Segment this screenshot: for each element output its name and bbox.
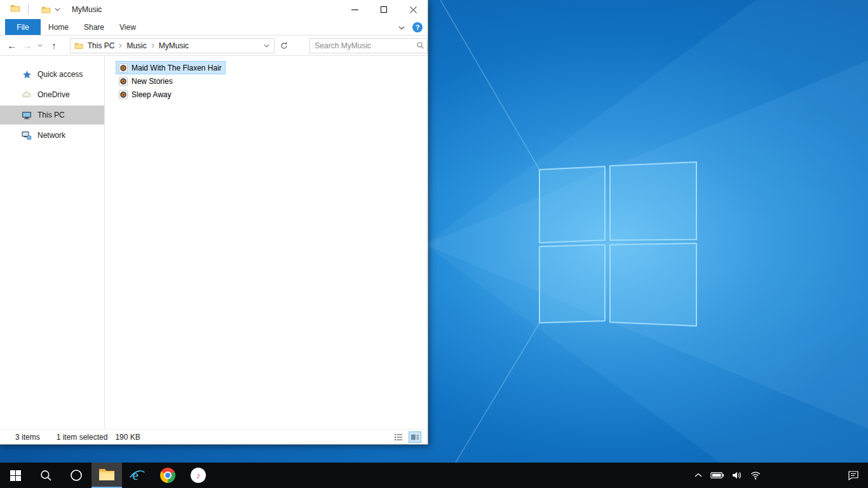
search-box: [309, 38, 428, 53]
window-title: MyMusic: [72, 5, 102, 14]
sidebar-item-label: Network: [37, 131, 65, 140]
chevron-up-icon: [695, 473, 702, 478]
address-folder-icon: [74, 41, 83, 50]
breadcrumb-item[interactable]: Music: [126, 41, 146, 50]
quick-access-star-icon: [22, 69, 32, 79]
file-list: Maid With The Flaxen Hair New Stories Sl…: [105, 56, 428, 429]
search-icon: [40, 470, 52, 482]
taskbar-file-explorer-button[interactable]: [92, 463, 122, 488]
taskbar-chrome-button[interactable]: [153, 463, 183, 488]
action-center-icon: [848, 470, 859, 481]
volume-tray-button[interactable]: [727, 463, 746, 488]
taskbar-internet-explorer-button[interactable]: e: [122, 463, 153, 488]
forward-button[interactable]: →: [20, 37, 34, 55]
file-explorer-icon: [98, 468, 115, 482]
breadcrumb-chevron-icon: [151, 43, 154, 48]
speaker-icon: [731, 470, 742, 480]
tab-home[interactable]: Home: [41, 19, 76, 35]
title-bar: MyMusic: [0, 0, 428, 19]
status-selected-count: 1 item selected: [57, 433, 108, 442]
navigation-pane: Quick access OneDrive This PC: [0, 56, 105, 429]
up-button[interactable]: ↑: [46, 37, 62, 55]
chrome-icon: [160, 468, 175, 483]
this-pc-icon: [22, 110, 32, 120]
svg-text:e: e: [133, 468, 139, 483]
itunes-icon: ♪: [191, 468, 206, 483]
file-item[interactable]: Maid With The Flaxen Hair: [116, 61, 226, 74]
address-bar-row: ← → ↑ This PC Music MyMusic: [0, 36, 428, 56]
address-bar[interactable]: This PC Music MyMusic: [70, 38, 275, 53]
tab-view[interactable]: View: [112, 19, 144, 35]
network-icon: [22, 130, 32, 140]
expand-ribbon-chevron-icon[interactable]: [398, 23, 405, 32]
taskbar-search-button[interactable]: [31, 463, 61, 488]
start-button[interactable]: [0, 463, 31, 488]
wifi-icon: [750, 470, 761, 480]
cortana-icon: [70, 469, 83, 482]
tab-file[interactable]: File: [5, 19, 41, 35]
sidebar-item-label: Quick access: [37, 70, 83, 79]
battery-icon: [710, 471, 724, 479]
ribbon-tabs: File Home Share View ?: [0, 19, 428, 36]
battery-tray-button[interactable]: [708, 463, 727, 488]
explorer-window: MyMusic File Home Share View: [0, 0, 428, 445]
details-view-button[interactable]: [392, 431, 405, 443]
audio-file-icon: [118, 76, 128, 86]
onedrive-cloud-icon: [22, 90, 32, 100]
thumbnail-view-button[interactable]: [409, 431, 421, 443]
desktop: MyMusic File Home Share View: [0, 0, 868, 488]
minimize-button[interactable]: [340, 0, 369, 19]
help-button[interactable]: ?: [412, 22, 423, 32]
sidebar-item-quick-access[interactable]: Quick access: [0, 65, 104, 84]
breadcrumb: This PC Music MyMusic: [88, 41, 262, 50]
taskbar-itunes-button[interactable]: ♪: [183, 463, 214, 488]
window-folder-icon: [10, 3, 20, 16]
search-input[interactable]: [315, 41, 416, 50]
file-item[interactable]: Sleep Away: [116, 88, 175, 101]
file-item[interactable]: New Stories: [116, 74, 177, 88]
file-name: Maid With The Flaxen Hair: [132, 64, 222, 72]
sidebar-item-label: OneDrive: [37, 90, 70, 99]
status-selected-size: 190 KB: [115, 433, 140, 442]
titlebar-divider: [28, 4, 29, 15]
network-tray-button[interactable]: [746, 463, 765, 488]
address-dropdown-chevron-icon[interactable]: [262, 44, 271, 48]
close-button[interactable]: [398, 0, 428, 19]
taskbar: e ♪: [0, 463, 868, 488]
breadcrumb-chevron-icon: [119, 43, 122, 48]
qat-chevron-down-icon[interactable]: [55, 8, 60, 11]
system-tray: [689, 463, 868, 488]
audio-file-icon: [118, 90, 128, 100]
sidebar-item-label: This PC: [37, 111, 65, 119]
maximize-button[interactable]: [369, 0, 398, 19]
file-name: New Stories: [132, 77, 173, 86]
internet-explorer-icon: e: [129, 467, 146, 484]
refresh-button[interactable]: [277, 38, 290, 53]
search-icon[interactable]: [416, 41, 424, 50]
breadcrumb-item[interactable]: This PC: [88, 41, 115, 50]
file-name: Sleep Away: [132, 90, 172, 99]
window-body: Quick access OneDrive This PC: [0, 56, 428, 429]
tab-share[interactable]: Share: [76, 19, 112, 35]
recent-locations-chevron-icon[interactable]: [35, 37, 45, 55]
sidebar-item-this-pc[interactable]: This PC: [0, 105, 104, 125]
audio-file-icon: [118, 63, 128, 73]
status-bar: 3 items 1 item selected 190 KB: [0, 429, 428, 444]
sidebar-item-network[interactable]: Network: [0, 126, 104, 145]
quick-access-toolbar-button[interactable]: [41, 5, 51, 15]
taskbar-clock-area: [765, 463, 839, 488]
status-item-count: 3 items: [15, 433, 40, 442]
action-center-button[interactable]: [839, 463, 868, 488]
breadcrumb-item[interactable]: MyMusic: [159, 41, 189, 50]
windows-logo-icon: [10, 470, 21, 481]
cortana-button[interactable]: [61, 463, 92, 488]
sidebar-item-onedrive[interactable]: OneDrive: [0, 85, 104, 104]
back-button[interactable]: ←: [4, 37, 20, 55]
show-hidden-icons-button[interactable]: [689, 463, 708, 488]
